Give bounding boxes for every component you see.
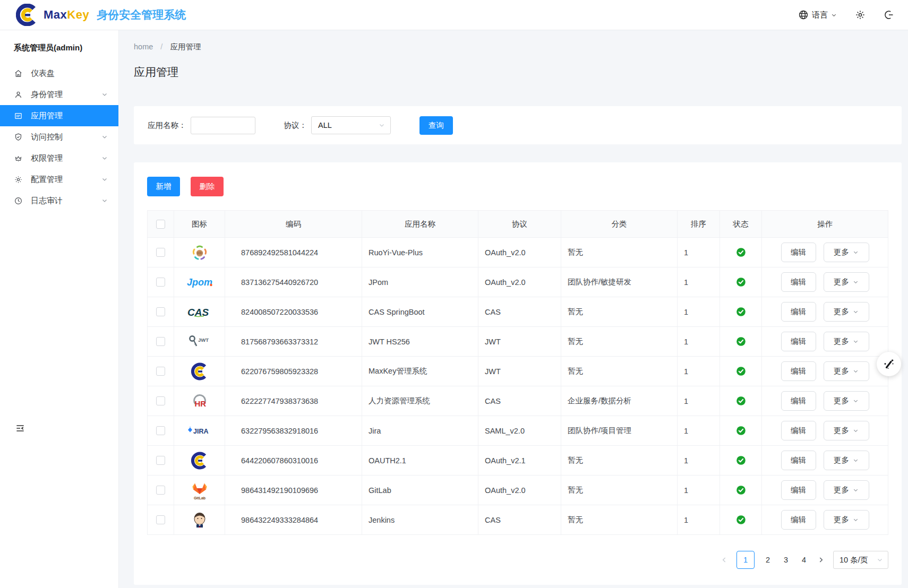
edit-button[interactable]: 编辑 (781, 243, 816, 262)
more-button[interactable]: 更多 (824, 302, 869, 322)
top-bar: MaxKey 身份安全管理系统 语言 (0, 0, 908, 30)
pagination-page-3[interactable]: 3 (781, 556, 791, 564)
pagination-page-1[interactable]: 1 (736, 551, 755, 569)
sidebar-item-label: 日志审计 (31, 196, 101, 206)
globe-icon (798, 10, 809, 20)
more-button[interactable]: 更多 (824, 391, 869, 411)
cell-protocol: JWT (478, 327, 561, 357)
pagination: 1234 10 条/页 (147, 551, 888, 569)
edit-button[interactable]: 编辑 (781, 361, 816, 381)
table-row: GitLab986431492190109696GitLabOAuth_v2.0… (148, 475, 888, 505)
more-button[interactable]: 更多 (824, 451, 869, 470)
sidebar-item-dashboard[interactable]: 仪表盘 (0, 63, 118, 84)
cell-category: 团队协作/敏捷研发 (561, 267, 678, 297)
row-checkbox[interactable] (156, 515, 165, 524)
breadcrumb-home-link[interactable]: home (134, 42, 153, 51)
magic-wand-icon (883, 358, 895, 370)
edit-button[interactable]: 编辑 (781, 272, 816, 292)
more-button[interactable]: 更多 (824, 480, 869, 500)
sidebar-item-access[interactable]: 访问控制 (0, 126, 118, 148)
apps-icon (14, 111, 23, 120)
app-name-filter-input[interactable] (191, 117, 255, 134)
table-row: 622076759805923328MaxKey管理系统JWT暂无1编辑更多 (148, 357, 888, 386)
row-checkbox[interactable] (156, 456, 165, 465)
row-checkbox[interactable] (156, 278, 165, 287)
edit-button[interactable]: 编辑 (781, 391, 816, 411)
chevron-down-icon (831, 12, 837, 18)
query-button[interactable]: 查询 (419, 116, 453, 135)
sidebar-item-config[interactable]: 配置管理 (0, 169, 118, 190)
table-row: CAS824008507220033536CAS SpringBootCAS暂无… (148, 297, 888, 327)
cell-protocol: SAML_v2.0 (478, 416, 561, 446)
app-name-filter-label: 应用名称： (148, 120, 186, 131)
more-button[interactable]: 更多 (824, 272, 869, 292)
audit-icon (14, 196, 23, 205)
cell-code: 824008507220033536 (225, 297, 362, 327)
cell-status (720, 238, 762, 267)
column-header-actions: 操作 (762, 211, 888, 238)
app-icon-jira: JIRA (186, 426, 213, 436)
column-header-name: 应用名称 (362, 211, 478, 238)
row-checkbox[interactable] (156, 307, 165, 316)
chevron-down-icon (101, 134, 108, 140)
logout-icon[interactable] (884, 10, 894, 20)
more-button[interactable]: 更多 (824, 243, 869, 262)
svg-text:HR: HR (194, 399, 206, 408)
maxkey-logo-icon (16, 4, 38, 26)
sidebar-item-permission[interactable]: 权限管理 (0, 148, 118, 169)
row-checkbox[interactable] (156, 486, 165, 495)
edit-button[interactable]: 编辑 (781, 451, 816, 470)
delete-button[interactable]: 删除 (191, 177, 224, 196)
more-button[interactable]: 更多 (824, 510, 869, 530)
sidebar-item-identity[interactable]: 身份管理 (0, 84, 118, 105)
language-switcher[interactable]: 语言 (798, 10, 837, 20)
cell-protocol: CAS (478, 386, 561, 416)
edit-button[interactable]: 编辑 (781, 510, 816, 530)
brand-subtitle: 身份安全管理系统 (97, 7, 186, 22)
edit-button[interactable]: 编辑 (781, 421, 816, 440)
more-button[interactable]: 更多 (824, 361, 869, 381)
edit-button[interactable]: 编辑 (781, 480, 816, 500)
sidebar-item-label: 仪表盘 (31, 68, 108, 79)
sidebar-collapse-button[interactable] (15, 423, 25, 434)
current-user-label: 系统管理员(admin) (0, 30, 118, 63)
more-button[interactable]: 更多 (824, 421, 869, 440)
pagination-page-4[interactable]: 4 (799, 556, 809, 564)
row-checkbox[interactable] (156, 248, 165, 257)
sidebar-item-audit[interactable]: 日志审计 (0, 190, 118, 211)
cell-name: JWT HS256 (362, 327, 478, 357)
permission-icon (14, 154, 23, 163)
cell-protocol: OAuth_v2.0 (478, 238, 561, 267)
edit-button[interactable]: 编辑 (781, 302, 816, 322)
add-button[interactable]: 新增 (147, 177, 180, 196)
sidebar-item-label: 身份管理 (31, 90, 101, 100)
page-size-value: 10 条/页 (840, 555, 868, 565)
pagination-next-icon[interactable] (817, 556, 825, 564)
row-checkbox[interactable] (156, 426, 165, 435)
pagination-page-2[interactable]: 2 (763, 556, 773, 564)
row-checkbox[interactable] (156, 396, 165, 405)
row-checkbox[interactable] (156, 337, 165, 346)
row-checkbox[interactable] (156, 367, 165, 376)
cell-category: 企业服务/数据分析 (561, 386, 678, 416)
theme-tool-floating-button[interactable] (877, 352, 901, 376)
table-row: HR622227747938373638人力资源管理系统CAS企业服务/数据分析… (148, 386, 888, 416)
settings-gear-icon[interactable] (855, 10, 866, 20)
chevron-down-icon (101, 91, 108, 98)
app-root: MaxKey 身份安全管理系统 语言 系统管理员(admin) 仪表 (0, 0, 908, 588)
edit-button[interactable]: 编辑 (781, 332, 816, 351)
more-button[interactable]: 更多 (824, 332, 869, 351)
pagination-pages: 1234 (736, 551, 809, 569)
cell-status (720, 297, 762, 327)
chevron-down-icon (101, 155, 108, 161)
protocol-select[interactable]: ALL (311, 116, 391, 134)
breadcrumb-current: 应用管理 (170, 42, 201, 51)
sidebar-item-apps[interactable]: 应用管理 (0, 105, 118, 126)
svg-text:GitLab: GitLab (193, 496, 205, 499)
main-content: home / 应用管理 应用管理 应用名称： 协议： ALL 查询 新增 (119, 30, 908, 588)
select-all-checkbox[interactable] (156, 220, 165, 229)
cell-category: 暂无 (561, 327, 678, 357)
access-icon (14, 133, 23, 142)
pagination-prev-icon[interactable] (721, 556, 728, 564)
page-size-select[interactable]: 10 条/页 (833, 551, 888, 569)
